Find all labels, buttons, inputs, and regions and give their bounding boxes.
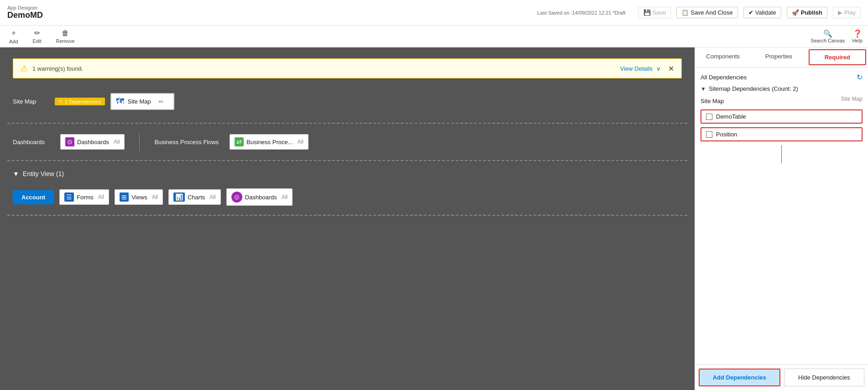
- hide-dependencies-button[interactable]: Hide Dependencies: [784, 369, 865, 386]
- warning-left: ⚠ 1 warning(s) found.: [21, 63, 83, 73]
- toolbar-right: 🔍 Search Canvas ❓ Help: [810, 29, 863, 43]
- save-button[interactable]: 💾 Save: [638, 7, 671, 18]
- views-label: Views: [131, 194, 147, 201]
- all-dependencies-row: All Dependencies ↻: [701, 73, 863, 82]
- dep2-label: Position: [716, 131, 737, 138]
- views-all-label: All: [152, 194, 158, 200]
- top-bar-right: Last Saved on :14/09/2021 12:21 *Draft 💾…: [537, 7, 861, 18]
- add-icon: ＋: [10, 28, 17, 38]
- canvas-area: ⚠ 1 warning(s) found. View Details ∨ ✕ S…: [0, 47, 695, 390]
- remove-icon: 🗑: [62, 29, 69, 37]
- dep-item-2: Position: [701, 127, 863, 141]
- warning-message: 1 warning(s) found.: [32, 65, 83, 72]
- view-details-link[interactable]: View Details: [620, 65, 653, 72]
- remove-button[interactable]: 🗑 Remove: [52, 27, 78, 46]
- save-and-close-button[interactable]: 📋 Save And Close: [676, 7, 738, 18]
- views-button[interactable]: ⊞ Views All: [115, 189, 163, 205]
- toolbar-left: ＋ Add ✏ Edit 🗑 Remove: [5, 26, 78, 46]
- help-label: Help: [852, 38, 863, 43]
- add-button[interactable]: ＋ Add: [5, 26, 22, 46]
- site-map-label: Site Map: [13, 98, 49, 105]
- dashboards-button[interactable]: ⊙ Dashboards All: [60, 134, 125, 150]
- save-icon: 💾: [643, 9, 651, 16]
- dep2-checkbox[interactable]: [706, 131, 712, 138]
- sitemap-deps-label: Sitemap Dependencies (Count: 2): [709, 85, 798, 92]
- app-name: DemoMD: [7, 10, 43, 20]
- warning-icon: ⚠: [21, 63, 28, 73]
- search-canvas-label: Search Canvas: [810, 38, 845, 43]
- search-icon: 🔍: [823, 29, 832, 38]
- top-bar: App Designer DemoMD Last Saved on :14/09…: [0, 0, 868, 26]
- forms-button[interactable]: ☰ Forms All: [59, 189, 109, 205]
- publish-button[interactable]: 🚀 Publish: [787, 7, 827, 18]
- entity-dashboards-button[interactable]: ⊙ Dashboards All: [226, 188, 293, 206]
- sitemap-deps-row: ▼ Sitemap Dependencies (Count: 2): [701, 85, 863, 92]
- dependencies-badge-text: 2 Dependencies: [65, 99, 101, 104]
- sitemap-card[interactable]: 🗺 Site Map ✏: [110, 93, 174, 110]
- chevron-down-icon: ∨: [656, 65, 661, 72]
- dep1-checkbox[interactable]: [706, 114, 712, 120]
- help-button[interactable]: ❓ Help: [852, 29, 863, 43]
- sitemap-row: Site Map ⚠ 2 Dependencies 🗺 Site Map ✏: [7, 89, 687, 114]
- validate-button[interactable]: ✔ Validate: [743, 7, 781, 18]
- dep1-label: DemoTable: [716, 113, 746, 120]
- toolbar: ＋ Add ✏ Edit 🗑 Remove 🔍 Search Canvas ❓ …: [0, 26, 868, 47]
- dep-item-1: DemoTable: [701, 109, 863, 124]
- dashboards-icon: ⊙: [65, 137, 74, 146]
- tab-properties[interactable]: Properties: [751, 47, 806, 67]
- all-dependencies-label: All Dependencies: [701, 74, 747, 81]
- entity-dashboards-label: Dashboards: [245, 194, 277, 201]
- add-label: Add: [9, 39, 18, 44]
- tab-required[interactable]: Required: [809, 49, 866, 65]
- bpf-button[interactable]: ⇄ Business Proce... All: [230, 134, 309, 150]
- warning-close-icon[interactable]: ✕: [668, 64, 674, 73]
- warning-badge-icon: ⚠: [58, 99, 63, 104]
- tab-components[interactable]: Components: [695, 47, 751, 67]
- add-dependencies-button[interactable]: Add Dependencies: [699, 369, 780, 386]
- refresh-icon[interactable]: ↻: [857, 73, 863, 82]
- search-canvas-button[interactable]: 🔍 Search Canvas: [810, 29, 845, 43]
- save-close-label: Save And Close: [690, 9, 733, 16]
- site-map-right-value: Site Map: [841, 96, 863, 102]
- help-icon: ❓: [853, 29, 862, 38]
- app-designer-label: App Designer: [7, 5, 43, 10]
- edit-icon: ✏: [34, 29, 40, 37]
- sitemap-chevron-icon[interactable]: ▼: [701, 86, 706, 92]
- charts-button[interactable]: 📊 Charts All: [168, 189, 221, 205]
- entity-dashboards-all-label: All: [282, 194, 288, 200]
- edit-button[interactable]: ✏ Edit: [29, 27, 45, 46]
- warning-banner: ⚠ 1 warning(s) found. View Details ∨ ✕: [13, 58, 682, 78]
- entity-view-label: Entity View (1): [23, 170, 64, 177]
- divider-2: [7, 160, 687, 161]
- validate-label: Validate: [755, 9, 776, 16]
- dashboards-bpf-row: Dashboards ⊙ Dashboards All Business Pro…: [7, 129, 687, 155]
- bpf-icon: ⇄: [235, 137, 244, 146]
- play-label: Play: [844, 9, 856, 16]
- edit-label: Edit: [33, 38, 42, 44]
- account-button[interactable]: Account: [13, 190, 54, 204]
- dependencies-badge: ⚠ 2 Dependencies: [55, 98, 105, 105]
- right-panel: Components Properties Required All Depen…: [695, 47, 868, 390]
- forms-icon: ☰: [64, 192, 74, 202]
- validate-icon: ✔: [748, 9, 753, 16]
- site-map-right-label: Site Map: [701, 98, 724, 104]
- sitemap-edit-icon[interactable]: ✏: [158, 98, 164, 105]
- play-icon: ▶: [838, 9, 842, 16]
- divider-1: [7, 123, 687, 124]
- site-map-right-header: Site Map Site Map: [701, 96, 863, 106]
- entity-view-chevron[interactable]: ▼: [13, 170, 19, 177]
- warning-right: View Details ∨ ✕: [620, 64, 674, 73]
- save-label: Save: [653, 9, 666, 16]
- sitemap-card-label: Site Map: [128, 98, 151, 105]
- divider-3: [7, 215, 687, 216]
- views-icon: ⊞: [120, 192, 129, 202]
- forms-label: Forms: [77, 194, 94, 201]
- panel-footer: Add Dependencies Hide Dependencies: [695, 364, 868, 390]
- panel-content: All Dependencies ↻ ▼ Sitemap Dependencie…: [695, 68, 868, 364]
- forms-all-label: All: [98, 194, 104, 200]
- entity-view-header: ▼ Entity View (1): [7, 166, 687, 181]
- play-button[interactable]: ▶ Play: [833, 7, 861, 18]
- site-map-section: Site Map ⚠ 2 Dependencies 🗺 Site Map ✏: [7, 86, 687, 117]
- charts-label: Charts: [188, 194, 205, 201]
- publish-label: Publish: [801, 9, 822, 16]
